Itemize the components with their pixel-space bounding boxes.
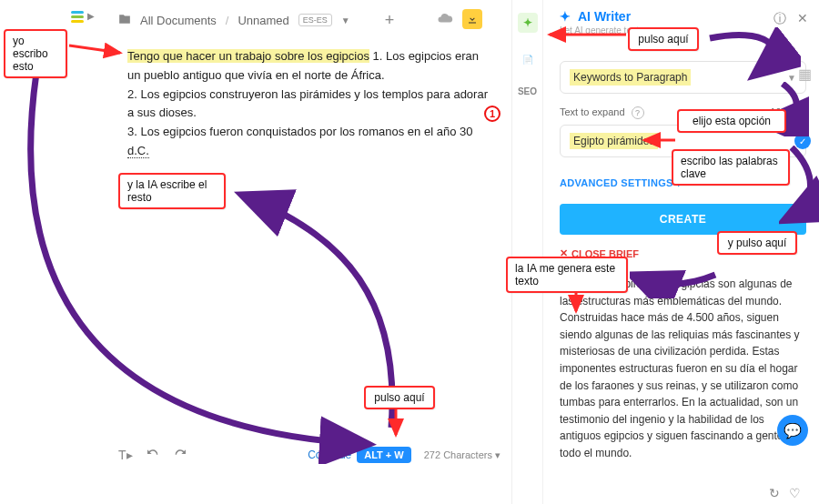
generated-text: Las antiguas pirámides egipcias son algu… (560, 276, 806, 462)
annot-ai-rest: y la IA escribe el resto (118, 173, 226, 209)
info-icon[interactable]: ⓘ (774, 11, 786, 27)
breadcrumb-doc[interactable]: Unnamed (238, 14, 288, 27)
annot-press-create: y pulso aquí (717, 231, 797, 255)
add-tab-button[interactable]: + (385, 11, 395, 30)
annot-press-continue: pulso aquí (364, 386, 435, 409)
char-count: 272 Characters ▾ (424, 449, 500, 461)
mode-value: Keywords to Paragraph (570, 69, 691, 86)
favorite-icon[interactable]: ♡ (789, 486, 801, 500)
download-button[interactable] (462, 9, 482, 29)
user-prompt-highlight: Tengo que hacer un trabajo sobre los egi… (127, 49, 369, 63)
text-to-expand-label: Text to expand ? (560, 106, 644, 119)
create-button[interactable]: CREATE (560, 204, 806, 235)
app-logo[interactable] (71, 11, 84, 25)
regenerate-icon[interactable]: ↻ (769, 486, 780, 500)
chat-fab[interactable]: 💬 (777, 415, 808, 446)
panel-side-strip: ✦ 📄 SEO (512, 0, 543, 504)
help-icon[interactable]: ? (632, 106, 644, 119)
folder-icon (118, 13, 131, 28)
breadcrumb: All Documents / Unnamed ES-ES ▼ + (118, 7, 394, 33)
seo-tab[interactable]: SEO (518, 86, 537, 96)
issue-indicator[interactable]: 1 (484, 106, 500, 122)
annot-write-keywords: escribo las palabras clave (672, 149, 790, 186)
annot-write: yo escribo esto (4, 29, 67, 78)
p1-num: 1. (373, 49, 383, 63)
chevron-down-icon[interactable]: ▼ (341, 15, 350, 25)
annot-press-panel: pulso aquí (628, 27, 699, 51)
annot-choose-option: elijo esta opción (677, 109, 786, 133)
expand-caret-icon: ▶ (87, 11, 95, 21)
breadcrumb-root[interactable]: All Documents (140, 14, 217, 27)
ai-sparkle-icon: ✦ (560, 9, 571, 24)
cloud-sync-icon[interactable] (437, 10, 453, 29)
ai-tab-icon[interactable]: ✦ (518, 13, 538, 33)
doc-tab-icon[interactable]: 📄 (522, 55, 533, 65)
language-badge[interactable]: ES-ES (298, 14, 332, 26)
svg-line-0 (69, 45, 120, 53)
annot-ai-generates: la IA me genera este texto (506, 257, 628, 293)
panel-title: ✦ AI Writer (560, 9, 806, 24)
breadcrumb-sep: / (226, 14, 229, 27)
close-panel-icon[interactable]: ✕ (797, 11, 808, 27)
